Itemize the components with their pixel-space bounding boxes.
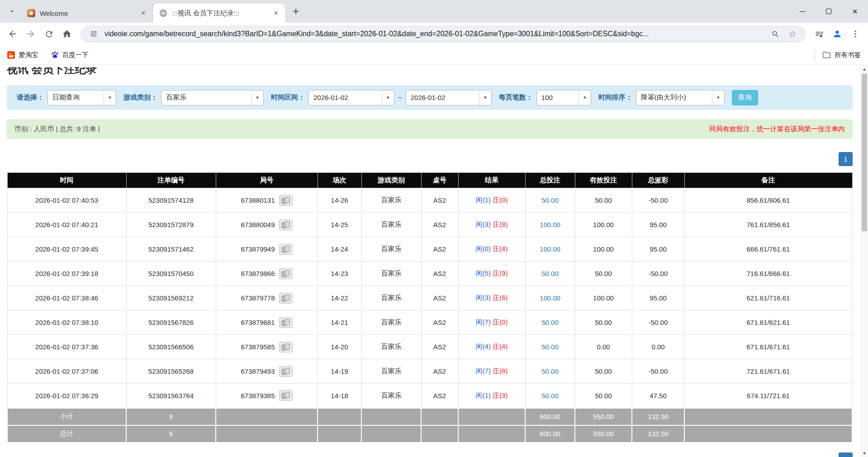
query-type-select[interactable]: 日期查询 ▾: [47, 90, 116, 105]
game-type-select[interactable]: 百家乐 ▾: [161, 90, 264, 105]
cell-game-type: 百家乐: [361, 188, 421, 213]
cards-replay-icon: [281, 197, 290, 204]
table-row: 2026-01-02 07:37:06 523091565268 6738794…: [7, 359, 852, 384]
column-header: 备注: [684, 173, 852, 188]
maximize-button[interactable]: [816, 0, 842, 23]
cell-valid-bet: 100.00: [575, 213, 632, 237]
video-replay-button[interactable]: [279, 293, 293, 304]
table-row: 2026-01-02 07:37:36 523091566506 6738795…: [7, 335, 852, 359]
tab-close-icon[interactable]: ×: [138, 8, 149, 19]
cell-note: 856.61/806.61: [684, 188, 852, 213]
bookmark-item-taobao[interactable]: 爱淘宝: [7, 51, 38, 59]
column-header: 结果: [458, 173, 525, 188]
cell-time: 2026-01-02 07:39:18: [7, 262, 126, 286]
cell-bet-id: 523091571462: [126, 237, 216, 262]
total-bet-link[interactable]: 100.00: [540, 221, 560, 228]
browser-tab-welcome[interactable]: Welcome ×: [21, 4, 153, 23]
chevron-down-icon: ▾: [104, 90, 116, 105]
site-info-tune-icon[interactable]: [87, 28, 100, 40]
cell-bet-id: 523091574128: [126, 188, 216, 213]
page-size-select[interactable]: 100 ▾: [536, 90, 591, 105]
scrollbar-thumb[interactable]: [862, 74, 867, 231]
video-replay-button[interactable]: [279, 366, 293, 377]
cell-table-number: AS2: [421, 384, 458, 408]
cell-bet-id: 523091566506: [126, 335, 216, 359]
video-replay-button[interactable]: [279, 390, 293, 401]
bottom-page-button[interactable]: [839, 452, 853, 457]
cell-total-bet: 100.00: [525, 286, 575, 310]
media-controls-button[interactable]: [810, 25, 828, 43]
round-number: 673879866: [241, 270, 275, 277]
cell-table-number: AS2: [421, 262, 458, 286]
forward-button[interactable]: [22, 25, 40, 43]
all-bookmarks-label: 所有书签: [835, 51, 861, 59]
search-button[interactable]: 查询: [732, 90, 758, 105]
video-replay-button[interactable]: [279, 268, 293, 279]
total-bet-link[interactable]: 50.00: [541, 196, 559, 204]
cell-payout: -50.00: [632, 310, 684, 335]
result-banker: 庄(4): [493, 343, 508, 350]
profile-button[interactable]: [828, 25, 846, 43]
close-button[interactable]: ×: [842, 0, 868, 23]
home-button[interactable]: [58, 25, 76, 43]
subtotal-row: 小计 9 600.00 550.00 132.50: [7, 408, 852, 425]
scroll-up-icon[interactable]: ▲: [861, 65, 868, 73]
video-replay-button[interactable]: [279, 195, 293, 206]
total-bet-link[interactable]: 50.00: [541, 319, 559, 326]
bookmarks-bar: 爱淘宝 百度一下 所有书签: [0, 45, 868, 65]
bookmark-item-baidu[interactable]: 百度一下: [51, 51, 89, 59]
bet-table-header-row: 时间注单编号局号场次游戏类别桌号结果总投注有效投注总派彩备注: [7, 173, 852, 188]
total-label: 总计: [7, 425, 126, 443]
video-replay-button[interactable]: [279, 317, 293, 328]
all-bookmarks-button[interactable]: 所有书签: [815, 49, 861, 61]
date-start-select[interactable]: 2026-01-02 ▾: [308, 90, 394, 105]
result-player: 闲(4): [476, 343, 491, 350]
total-bet-link[interactable]: 50.00: [541, 343, 559, 351]
total-bet-link[interactable]: 100.00: [540, 294, 560, 302]
tab-title: Welcome: [40, 10, 138, 17]
cell-note: 671.61/671.61: [684, 335, 852, 359]
video-replay-button[interactable]: [279, 219, 293, 230]
result-banker: 庄(9): [493, 269, 508, 277]
zoom-icon[interactable]: [769, 28, 782, 40]
cell-note: 721.61/671.61: [684, 359, 852, 384]
sort-order-select[interactable]: 降幂(由大到小) ▾: [636, 90, 725, 105]
cell-total-bet: 50.00: [525, 188, 575, 213]
chevron-down-icon: ▾: [479, 90, 491, 105]
result-banker: 庄(4): [493, 245, 508, 252]
total-bet-link[interactable]: 100.00: [540, 245, 560, 253]
cell-bet-id: 523091565268: [126, 359, 216, 384]
total-bet-link[interactable]: 50.00: [541, 392, 559, 400]
cell-round: 673879385: [216, 384, 318, 408]
tab-close-icon[interactable]: ×: [270, 8, 281, 19]
page-button-1[interactable]: 1: [839, 152, 853, 166]
result-banker: 庄(0): [493, 318, 508, 326]
column-header: 桌号: [421, 173, 458, 188]
column-header: 注单编号: [126, 173, 216, 188]
cards-replay-icon: [281, 392, 290, 399]
bookmark-star-icon[interactable]: ☆: [786, 28, 799, 40]
back-button[interactable]: [4, 25, 22, 43]
address-bar[interactable]: videoie.com/game/betrecord_search/kind3?…: [81, 26, 806, 43]
cell-valid-bet: 50.00: [575, 310, 632, 335]
menu-button[interactable]: [846, 25, 864, 43]
total-bet-link[interactable]: 50.00: [541, 367, 559, 375]
minimize-button[interactable]: [789, 0, 816, 23]
new-tab-button[interactable]: +: [288, 3, 304, 19]
total-bet-link[interactable]: 50.00: [541, 270, 559, 277]
cell-table-number: AS2: [421, 286, 458, 310]
page-scrollbar[interactable]: ▲ ▼: [860, 65, 868, 457]
cell-round: 673879681: [216, 310, 318, 335]
date-range-label: 时间区间：: [271, 93, 305, 102]
result-player: 闲(3): [476, 220, 491, 228]
video-replay-button[interactable]: [279, 244, 293, 255]
tab-search-button[interactable]: [5, 4, 19, 19]
browser-tab-betrecord[interactable]: :::视讯 会员下注纪录::: ×: [153, 4, 285, 23]
scroll-down-icon[interactable]: ▼: [861, 449, 868, 457]
cell-game-type: 百家乐: [361, 262, 421, 286]
video-replay-button[interactable]: [279, 342, 293, 352]
refresh-button[interactable]: [40, 25, 58, 43]
date-end-select[interactable]: 2026-01-02 ▾: [406, 90, 492, 105]
cell-payout: -50.00: [632, 359, 684, 384]
cell-note: 761.61/856.61: [684, 213, 852, 237]
